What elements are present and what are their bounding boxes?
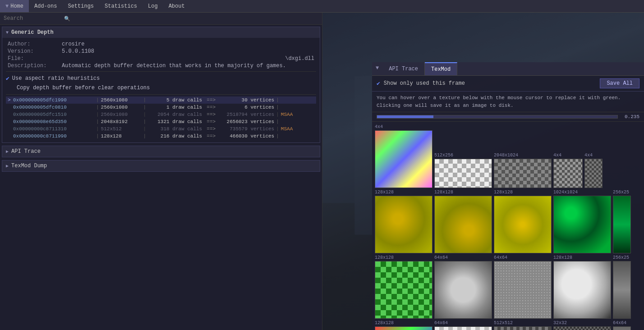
- tex-label-4x4-c: 4x4: [584, 153, 603, 158]
- draw-row-2[interactable]: 0x000000005dfc1510 | 2560x1080 | 2054 dr…: [6, 111, 316, 118]
- left-panel: 🔍 ▼ Generic Depth Author: crosire: [0, 13, 322, 330]
- texture-item-checker-bw[interactable]: 512x256: [434, 153, 492, 188]
- api-trace-header[interactable]: ▶ API Trace: [2, 146, 320, 157]
- draw-draws-1: 1 draw calls: [148, 105, 202, 110]
- texture-item-512x512[interactable]: 512x512: [494, 321, 552, 330]
- menu-statistics[interactable]: Statistics: [99, 0, 143, 12]
- tex-thumb-4x4-b: [553, 159, 583, 188]
- right-panel: ▼ API Trace TexMod ✔ Show only used this…: [322, 13, 644, 330]
- search-icon: 🔍: [64, 16, 70, 22]
- draw-marker-0: >: [8, 97, 13, 103]
- texture-item-blur-gray[interactable]: 64x64: [434, 255, 492, 319]
- save-all-button[interactable]: Save All: [600, 78, 639, 88]
- draw-res-2: 2560x1080: [101, 112, 142, 117]
- texture-item-32x32[interactable]: 32x32: [553, 321, 611, 330]
- tex-label-256x25-b: 256x25: [613, 255, 631, 260]
- draw-sep-5c: |: [276, 133, 279, 139]
- menu-addons[interactable]: Add-ons: [29, 0, 62, 12]
- draw-sep-0a: |: [96, 97, 99, 103]
- tex-label-256x25-a: 256x25: [613, 190, 631, 195]
- menu-about[interactable]: About: [163, 0, 190, 12]
- tex-thumb-yellow-2: [434, 196, 492, 253]
- draw-sep-2b: |: [143, 112, 147, 117]
- texture-item-yellow-2[interactable]: 128x128: [434, 190, 492, 253]
- texture-item-4x4-c[interactable]: 4x4: [584, 153, 603, 188]
- tex-thumb-moon: [553, 261, 611, 319]
- copy-depth-row[interactable]: Copy depth buffer before clear operation…: [6, 83, 316, 92]
- texture-row-2: 128x128 64x64 64x64 128x128: [375, 255, 641, 319]
- menu-home-label: Home: [10, 3, 23, 9]
- texture-item-256x25-b[interactable]: 256x25: [613, 255, 631, 319]
- version-label: Version:: [6, 48, 60, 55]
- texture-row-3: 128x128 64x64 512x512 32x32: [375, 321, 641, 330]
- file-label: File:: [6, 55, 60, 62]
- draw-flag-4: MSAA: [281, 126, 308, 132]
- texture-item-yellow-1[interactable]: 128x128: [375, 190, 432, 253]
- tex-label-2048x1024: 2048x1024: [494, 153, 552, 158]
- draw-row-1[interactable]: 0x000000005dfc0810 | 2560x1080 | 1 draw …: [6, 104, 316, 111]
- tex-label-128x128-d: 128x128: [375, 255, 432, 260]
- draw-sep-0c: |: [276, 97, 279, 103]
- divider-2: [6, 94, 316, 95]
- tex-thumb-colorful: [375, 130, 432, 188]
- draw-verts-3: 2656023 vertices: [220, 119, 274, 124]
- menu-settings[interactable]: Settings: [62, 0, 99, 12]
- draw-sep-1a: |: [96, 105, 99, 110]
- use-aspect-ratio-row[interactable]: ✔ Use aspect ratio heuristics: [6, 73, 316, 83]
- draw-row-4[interactable]: 0x00000000c8711310 | 512x512 | 318 draw …: [6, 125, 316, 133]
- tex-label-64x64-a: 64x64: [434, 255, 492, 260]
- texture-item-moon[interactable]: 128x128: [553, 255, 611, 319]
- search-bar: 🔍: [0, 13, 322, 25]
- draw-sep-5a: |: [96, 133, 99, 139]
- draw-sep-4b: |: [143, 126, 147, 132]
- draw-row-3[interactable]: 0x000000008e65d350 | 2048x8192 | 1321 dr…: [6, 118, 316, 125]
- tex-thumb-blur-gray: [434, 261, 492, 319]
- tab-bar-arrow: ▼: [372, 62, 382, 75]
- search-wrap: 🔍: [4, 15, 77, 22]
- draw-sep-2a: |: [96, 112, 99, 117]
- draw-sep-3c: |: [276, 119, 279, 124]
- tex-thumb-green-checker: [375, 261, 432, 319]
- texture-item-256x25-a[interactable]: 256x25: [613, 190, 631, 253]
- texture-item-checker-bw2[interactable]: 64x64: [434, 321, 492, 330]
- draw-addr-3: 0x000000008e65d350: [13, 119, 94, 124]
- tab-texmod[interactable]: TexMod: [425, 62, 457, 75]
- show-used-check: ✔: [377, 80, 380, 87]
- texture-item-green-checker[interactable]: 128x128: [375, 255, 432, 319]
- texture-item-4x4-b[interactable]: 4x4: [553, 153, 583, 188]
- draw-draws-4: 318 draw calls: [148, 126, 202, 132]
- draw-sep-0b: |: [143, 97, 147, 103]
- divider-1: [6, 71, 316, 72]
- texmod-dump-title: TexMod Dump: [11, 163, 47, 169]
- search-input[interactable]: [4, 15, 62, 22]
- tab-api-trace-label: API Trace: [389, 66, 418, 72]
- tex-thumb-green-noise: [553, 196, 611, 253]
- texture-item-dots-gray[interactable]: 64x64: [494, 255, 552, 319]
- texmod-dump-header[interactable]: ▶ TexMod Dump: [2, 160, 320, 171]
- texture-item-green-noise[interactable]: 1024x1024: [553, 190, 611, 253]
- draw-res-1: 2560x1080: [101, 105, 142, 110]
- generic-depth-header[interactable]: ▼ Generic Depth: [2, 27, 320, 38]
- draw-row-5[interactable]: 0x00000000c8711990 | 128x128 | 216 draw …: [6, 133, 316, 140]
- texture-item-colorful2[interactable]: 128x128: [375, 321, 432, 330]
- tex-thumb-dots-gray: [494, 261, 552, 319]
- api-trace-title: API Trace: [11, 148, 41, 155]
- draw-res-0: 2560x1080: [101, 97, 142, 103]
- tab-api-trace[interactable]: API Trace: [382, 62, 425, 75]
- texture-item-yellow-3[interactable]: 128x128: [494, 190, 552, 253]
- draw-sep-4c: |: [276, 126, 279, 132]
- draw-row-0[interactable]: > 0x000000005dfc1990 | 2560x1080 | 5 dra…: [6, 96, 316, 104]
- panel-toolbar: ✔ Show only used this frame Save All: [372, 76, 644, 92]
- show-used-label: Show only used this frame: [384, 80, 465, 87]
- plugin-info: Author: crosire Version: 5.0.0.1108 File…: [6, 41, 316, 69]
- texture-item-64x64-d[interactable]: 64x64: [613, 321, 631, 330]
- menu-log[interactable]: Log: [143, 0, 163, 12]
- tex-label-64x64-d: 64x64: [613, 321, 631, 325]
- texture-item-colorful[interactable]: 4x4: [375, 124, 432, 188]
- texture-row-0: 4x4 512x256 2048x1024 4x4: [375, 124, 641, 188]
- draw-draws-5: 216 draw calls: [148, 133, 202, 139]
- tex-thumb-256x25-b: [613, 261, 631, 319]
- draw-arrow-2: ==>: [202, 112, 220, 117]
- menu-home[interactable]: ▼ Home: [0, 0, 29, 12]
- texture-item-checker-dark[interactable]: 2048x1024: [494, 153, 552, 188]
